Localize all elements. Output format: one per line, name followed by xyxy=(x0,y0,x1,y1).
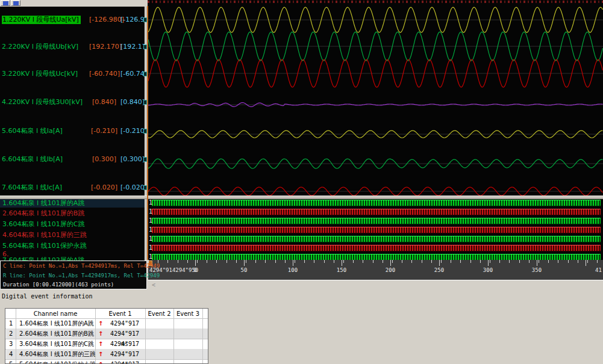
analog-channel-row[interactable]: 6.604柘泉 I 线Ib[A][0.300][0.300] xyxy=(0,155,145,164)
axis-major-tick xyxy=(537,260,537,266)
event-channel-name: 3.604柘泉 I 线101屏的C跳 xyxy=(19,339,94,349)
axis-tick-label: 350 xyxy=(530,267,544,273)
digital-state-row[interactable]: 1 xyxy=(148,253,603,260)
digital-channel-name[interactable]: 7.604柘泉 I 线102屏的A跳 xyxy=(0,256,145,261)
event-channel-name: 2.604柘泉 I 线101屏的B跳 xyxy=(19,329,94,339)
horizontal-scrollbar[interactable]: < xyxy=(148,280,603,289)
digital-state-row[interactable]: 1 xyxy=(148,208,603,216)
axis-minor-tick xyxy=(490,260,490,263)
digital-channel-name[interactable]: 3.604柘泉 I 线101屏的C跳 xyxy=(0,220,145,229)
event-channel-name: 4.604柘泉 I 线101屏的三跳 xyxy=(19,349,96,359)
analog-channel-row[interactable]: 4.220KV I 段母线3U0[kV][0.840][0.840] xyxy=(0,98,145,106)
analog-channel-name[interactable]: 7.604柘泉 I 线Ic[A] xyxy=(2,184,62,192)
digital-state-row[interactable]: 1 xyxy=(148,217,603,225)
channel-scale-mark-icon xyxy=(143,185,147,190)
digital-state-bar xyxy=(152,245,601,251)
analog-channel-row[interactable]: 3.220KV I 段母线Uc[kV][-60.740][-60.740] xyxy=(0,70,145,78)
analog-channel-name[interactable]: 2.220KV I 段母线Ub[kV] xyxy=(2,43,78,51)
analog-value-primary: [-0.020] xyxy=(89,184,119,192)
digital-channel-name[interactable]: 4.604柘泉 I 线101屏的三跳 xyxy=(0,231,145,239)
event-channel-name: 5.604柘泉 I 线101保护永跳 xyxy=(19,359,96,364)
rising-edge-arrow-icon: ↑ xyxy=(98,318,103,329)
digital-channel-name[interactable]: 5.604柘泉 I 线101保护永跳 xyxy=(0,242,145,250)
time-axis[interactable]: 4294"914294"95005010015020025030035041 xyxy=(148,260,603,280)
axis-minor-tick xyxy=(451,260,451,263)
axis-major-tick xyxy=(244,260,245,266)
table-header: Event 3 xyxy=(173,309,202,318)
axis-minor-tick xyxy=(402,260,402,263)
scroll-left-arrow-icon[interactable]: < xyxy=(150,282,157,289)
axis-minor-tick xyxy=(373,260,373,263)
axis-minor-tick xyxy=(529,260,530,263)
axis-minor-tick xyxy=(304,260,305,263)
analog-value-secondary: [192.170] xyxy=(120,43,145,51)
channel-scale-mark-icon xyxy=(143,17,147,22)
axis-minor-tick xyxy=(314,260,314,263)
analog-channel-row[interactable]: 5.604柘泉 I 线Ia[A][-0.210][-0.210] xyxy=(0,127,145,135)
row-number: 1 xyxy=(9,318,13,329)
digital-state-bar xyxy=(152,254,601,260)
table-header: Event 2 xyxy=(145,309,173,318)
analog-channel-row[interactable]: 1.220KV I 段母线Ua[kV][-126.980][-126.980] xyxy=(0,16,145,24)
fault-wave-viewer-window: 1.220KV I 段母线Ua[kV][-126.980][-126.980]2… xyxy=(0,0,603,364)
analog-channel-name[interactable]: 3.220KV I 段母线Uc[kV] xyxy=(2,70,78,78)
axis-minor-tick xyxy=(227,260,227,263)
analog-value-primary: [192.170] xyxy=(89,43,119,51)
digital-state-row[interactable]: 1 xyxy=(148,244,603,252)
analog-channel-name[interactable]: 4.220KV I 段母线3U0[kV] xyxy=(2,98,83,106)
digital-state-row[interactable]: 1 xyxy=(148,199,603,207)
rising-edge-arrow-icon: ↑ xyxy=(98,339,103,349)
axis-minor-tick xyxy=(343,260,344,263)
digital-channel-name[interactable]: 1.604柘泉 I 线101屏的A跳 xyxy=(0,199,145,208)
event-table[interactable]: Channel nameEvent 1Event 2Event 311.604柘… xyxy=(5,308,208,364)
clipped-red-text xyxy=(148,1,603,3)
channel-scale-mark-icon xyxy=(143,72,147,76)
axis-minor-tick xyxy=(499,260,500,263)
axis-minor-tick xyxy=(275,260,276,263)
analog-channel-row[interactable]: 7.604柘泉 I 线Ic[A][-0.020][-0.020] xyxy=(0,184,145,192)
waveform-tool-button[interactable] xyxy=(1,0,10,6)
axis-minor-tick xyxy=(285,260,286,263)
event-table-row[interactable]: 22.604柘泉 I 线101屏的B跳↑4294"917 ms xyxy=(6,329,208,339)
axis-minor-tick xyxy=(392,260,393,263)
axis-major-tick xyxy=(342,260,342,266)
axis-minor-tick xyxy=(509,260,510,263)
event-table-row[interactable]: 11.604柘泉 I 线101屏的A跳↑4294"917 ms xyxy=(6,318,208,329)
row-number: 5 xyxy=(9,359,13,364)
axis-minor-tick xyxy=(519,260,520,263)
event-table-row[interactable]: 33.604柘泉 I 线101屏的C跳↑4294"917 ms xyxy=(6,339,208,349)
row-number: 2 xyxy=(9,329,13,339)
analog-channel-name[interactable]: 5.604柘泉 I 线Ia[A] xyxy=(2,127,63,135)
axis-major-tick xyxy=(390,260,391,266)
axis-minor-tick xyxy=(178,260,178,263)
axis-minor-tick xyxy=(558,260,558,263)
axis-tick-label: 200 xyxy=(383,267,398,273)
toolbar xyxy=(0,0,148,7)
digital-state-row[interactable]: 1 xyxy=(148,235,603,243)
waveform-plot-area[interactable] xyxy=(148,6,603,196)
axis-minor-tick xyxy=(470,260,471,263)
digital-channel-list: 1.604柘泉 I 线101屏的A跳2.604柘泉 I 线101屏的B跳3.60… xyxy=(0,199,145,261)
digital-state-row[interactable]: 1 xyxy=(148,226,603,234)
c-cursor-line[interactable] xyxy=(147,6,148,260)
c-line-status: C line: Point No.=1,Abs T=4294917ms, Rel… xyxy=(3,263,160,269)
digital-state-bar xyxy=(152,227,601,233)
table-gridline xyxy=(173,309,174,363)
digital-channel-name[interactable]: 2.604柘泉 I 线101屏的B跳 xyxy=(0,209,145,218)
zoom-tool-button[interactable] xyxy=(11,0,20,6)
analog-channel-row[interactable]: 2.220KV I 段母线Ub[kV][192.170][192.170] xyxy=(0,43,145,51)
analog-channel-name[interactable]: 6.604柘泉 I 线Ib[A] xyxy=(2,155,63,164)
digital-state-value: 1 xyxy=(149,235,152,242)
axis-minor-tick xyxy=(236,260,237,263)
digital-state-value: 1 xyxy=(149,199,152,206)
analog-value-primary: [0.300] xyxy=(89,155,119,164)
event-channel-name: 1.604柘泉 I 线101屏的A跳 xyxy=(19,318,94,329)
axis-major-tick xyxy=(488,260,489,266)
digital-state-value: 1 xyxy=(149,244,152,251)
section-title: Digital event information xyxy=(2,293,93,300)
analog-channel-name[interactable]: 1.220KV I 段母线Ua[kV] xyxy=(2,16,81,24)
event-table-row[interactable]: 44.604柘泉 I 线101屏的三跳↑4294"917 ms xyxy=(6,349,208,359)
event-table-row[interactable]: 55.604柘泉 I 线101保护永跳↑4294"917 ms xyxy=(6,359,208,364)
clipped-annotation-strip xyxy=(148,0,603,6)
analog-value-primary: [-126.980] xyxy=(89,16,119,24)
